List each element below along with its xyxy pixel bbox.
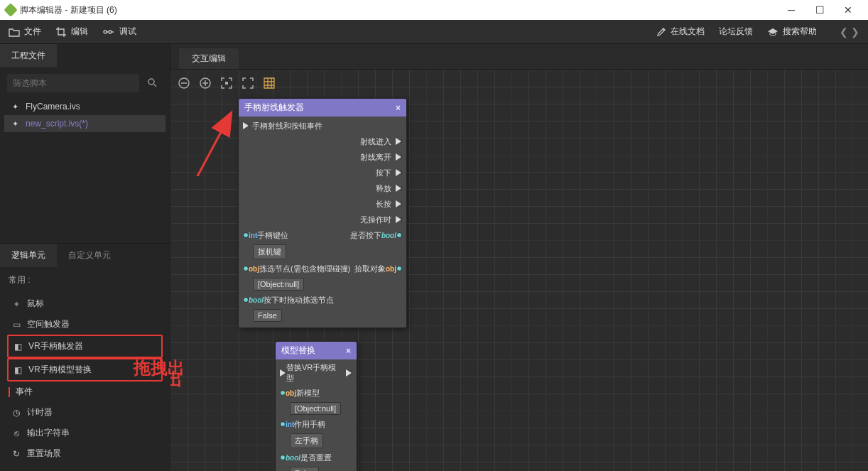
node-header[interactable]: 模型替换 × bbox=[276, 342, 357, 359]
window-maximize-button[interactable]: ☐ bbox=[805, 4, 834, 16]
nav-prev-button[interactable]: ❮ bbox=[840, 26, 848, 38]
tab-logic-units[interactable]: 逻辑单元 bbox=[0, 244, 57, 267]
menu-file-label: 文件 bbox=[24, 26, 41, 38]
logic-item-label: 计时器 bbox=[27, 406, 53, 418]
type-tag-bool: bool bbox=[249, 296, 264, 304]
data-out-port[interactable] bbox=[396, 266, 402, 271]
titlebar: 脚本编辑器 - 新建项目 (6) ─ ☐ ✕ bbox=[0, 0, 868, 20]
graduation-cap-icon bbox=[767, 28, 779, 36]
exec-out-port[interactable] bbox=[396, 185, 402, 192]
menu-forum[interactable]: 论坛反馈 bbox=[719, 26, 753, 38]
script-icon: ✦ bbox=[10, 119, 20, 129]
logic-item-mouse[interactable]: ⌖ 鼠标 bbox=[7, 293, 163, 314]
data-in-port[interactable] bbox=[243, 232, 249, 238]
file-item[interactable]: ✦ FlyCamera.ivs bbox=[4, 98, 166, 115]
svg-point-0 bbox=[104, 31, 107, 33]
zoom-in-button[interactable] bbox=[197, 75, 213, 91]
exec-out-port[interactable] bbox=[396, 200, 402, 207]
logic-item-label: 输出字符串 bbox=[27, 427, 70, 439]
tab-label: 自定义单元 bbox=[68, 250, 111, 260]
fit-selection-button[interactable] bbox=[219, 75, 234, 91]
reset-field[interactable]: False bbox=[290, 467, 319, 471]
menu-help-label: 搜索帮助 bbox=[783, 26, 817, 38]
slot-field[interactable]: 扳机键 bbox=[253, 244, 286, 259]
exec-out-port[interactable] bbox=[396, 138, 402, 145]
annotation-dragout-global: 拖拽出 bbox=[134, 357, 185, 379]
type-tag-bool: bool bbox=[381, 232, 396, 239]
data-in-port[interactable] bbox=[280, 455, 286, 460]
fit-all-button[interactable] bbox=[240, 75, 256, 91]
tab-custom-units[interactable]: 自定义单元 bbox=[57, 244, 122, 267]
menu-forum-label: 论坛反馈 bbox=[719, 26, 753, 38]
newmodel-label: 新模型 bbox=[296, 388, 320, 399]
controller-icon: ◧ bbox=[13, 365, 23, 375]
logic-item-timer[interactable]: ◷ 计时器 bbox=[7, 402, 163, 423]
canvas-toolbar bbox=[176, 75, 277, 91]
data-in-port[interactable] bbox=[280, 421, 286, 427]
nav-next-button[interactable]: ❯ bbox=[851, 26, 859, 38]
canvas[interactable]: 手柄射线触发器 × 手柄射线和按钮事件 射线进入 射线离开 按下 释放 长按 无… bbox=[170, 69, 868, 471]
file-list: ✦ FlyCamera.ivs ✦ new_script.ivs(*) bbox=[0, 98, 170, 132]
exec-out-port[interactable] bbox=[396, 216, 402, 223]
window-close-button[interactable]: ✕ bbox=[834, 4, 862, 16]
node-title: 手柄射线触发器 bbox=[244, 102, 304, 114]
data-in-port[interactable] bbox=[243, 266, 249, 271]
hand-field[interactable]: 左手柄 bbox=[290, 433, 323, 448]
output-label: 无操作时 bbox=[360, 215, 391, 225]
exec-out-port[interactable] bbox=[346, 369, 352, 377]
menu-file[interactable]: 文件 bbox=[9, 26, 41, 38]
data-in-port[interactable] bbox=[243, 297, 249, 303]
tab-interactive-edit[interactable]: 交互编辑 bbox=[179, 48, 239, 69]
drag-field[interactable]: False bbox=[253, 309, 282, 322]
panel-tab-project-files[interactable]: 工程文件 bbox=[0, 44, 57, 68]
logic-item-vr-controller-trigger[interactable]: ◧ VR手柄触发器 bbox=[7, 335, 163, 358]
node-close-button[interactable]: × bbox=[346, 346, 351, 356]
hand-label: 作用手柄 bbox=[294, 419, 325, 430]
search-icon[interactable] bbox=[147, 77, 157, 90]
exec-in-port[interactable] bbox=[243, 122, 249, 129]
logic-item-label: VR手柄模型替换 bbox=[28, 364, 92, 376]
app-icon bbox=[4, 3, 18, 17]
window-minimize-button[interactable]: ─ bbox=[777, 4, 805, 16]
logic-item-output-string[interactable]: ⎋ 输出字符串 bbox=[7, 423, 163, 443]
file-item-selected[interactable]: ✦ new_script.ivs(*) bbox=[4, 115, 166, 132]
exec-out-port[interactable] bbox=[396, 169, 402, 176]
menu-edit-label: 编辑 bbox=[71, 26, 88, 38]
svg-point-2 bbox=[148, 79, 154, 85]
data-in-port[interactable] bbox=[280, 390, 286, 396]
exec-in-port[interactable] bbox=[280, 369, 286, 377]
logic-item-label: VR手柄触发器 bbox=[28, 340, 83, 352]
event-label: 手柄射线和按钮事件 bbox=[252, 121, 322, 131]
node-close-button[interactable]: × bbox=[396, 103, 401, 113]
menu-online-doc[interactable]: 在线文档 bbox=[656, 26, 705, 38]
data-out-port[interactable] bbox=[396, 232, 402, 238]
logic-item-label: 鼠标 bbox=[27, 298, 44, 310]
svg-rect-5 bbox=[225, 82, 228, 85]
node-model-replace[interactable]: 模型替换 × 替换VR手柄模型 obj 新模型 [Objec bbox=[275, 341, 357, 471]
pick-field[interactable]: [Object:null] bbox=[253, 278, 304, 291]
search-input[interactable] bbox=[7, 74, 139, 92]
mouse-icon: ⌖ bbox=[11, 299, 21, 309]
timer-icon: ◷ bbox=[11, 408, 21, 418]
menu-help[interactable]: 搜索帮助 bbox=[767, 26, 817, 38]
folder-icon bbox=[9, 27, 20, 37]
zoom-out-button[interactable] bbox=[176, 75, 192, 91]
section-label: 事件 bbox=[16, 386, 33, 398]
crop-icon bbox=[55, 26, 67, 38]
pencil-icon bbox=[656, 27, 666, 37]
menu-debug[interactable]: 调试 bbox=[102, 26, 136, 38]
output-label: 射线进入 bbox=[360, 136, 391, 147]
logic-item-space-trigger[interactable]: ▭ 空间触发器 bbox=[7, 314, 163, 335]
node-header[interactable]: 手柄射线触发器 × bbox=[239, 99, 406, 117]
sidebar: 工程文件 ✦ FlyCamera.ivs ✦ new_script.ivs(*)… bbox=[0, 44, 170, 471]
logic-item-reset-scene[interactable]: ↻ 重置场景 bbox=[7, 443, 163, 464]
exec-out-port[interactable] bbox=[396, 153, 402, 161]
grid-toggle-button[interactable] bbox=[261, 75, 277, 91]
node-controller-ray-trigger[interactable]: 手柄射线触发器 × 手柄射线和按钮事件 射线进入 射线离开 按下 释放 长按 无… bbox=[238, 98, 407, 328]
menu-edit[interactable]: 编辑 bbox=[55, 26, 88, 38]
newmodel-field[interactable]: [Object:null] bbox=[290, 402, 341, 415]
type-tag-obj: obj bbox=[286, 389, 296, 397]
panel-tab-label: 工程文件 bbox=[11, 50, 45, 60]
reset-label: 是否重置 bbox=[300, 453, 332, 463]
file-name: FlyCamera.ivs bbox=[26, 102, 80, 112]
